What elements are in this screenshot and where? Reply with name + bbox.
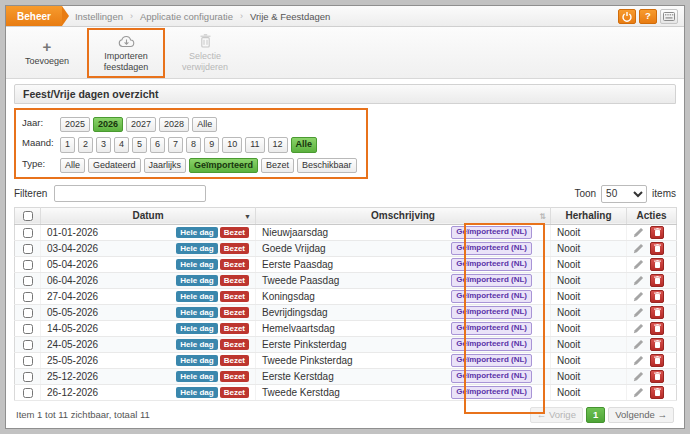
filter-chip-12[interactable]: 12 [268, 137, 288, 152]
row-checkbox[interactable] [23, 340, 33, 350]
filter-chip-3[interactable]: 3 [96, 137, 111, 152]
row-checkbox[interactable] [23, 228, 33, 238]
table-row[interactable]: 24-05-2026 Hele dag Bezet Eerste Pinkste… [15, 336, 677, 352]
table-row[interactable]: 25-05-2026 Hele dag Bezet Tweede Pinkste… [15, 352, 677, 368]
row-date: 25-12-2026 [47, 371, 98, 382]
delete-row-button[interactable] [650, 226, 664, 239]
select-all-checkbox[interactable] [23, 211, 33, 221]
filter-chip-7[interactable]: 7 [168, 137, 183, 152]
row-checkbox[interactable] [23, 324, 33, 334]
delete-row-button[interactable] [650, 290, 664, 303]
page-size-control: Toon 50 items [574, 185, 676, 203]
edit-pencil-icon[interactable] [633, 291, 644, 302]
filter-chip-2025[interactable]: 2025 [60, 117, 90, 132]
filter-chip-5[interactable]: 5 [132, 137, 147, 152]
badge-bezet: Bezet [220, 243, 249, 254]
filter-chip-9[interactable]: 9 [204, 137, 219, 152]
filter-chip-gedateerd[interactable]: Gedateerd [88, 158, 141, 173]
column-header-datum[interactable]: Datum▼ [41, 207, 256, 224]
breadcrumb: Instellingen › Applicatie configuratie ›… [75, 11, 330, 22]
table-row[interactable]: 06-04-2026 Hele dag Bezet Tweede Paasdag… [15, 272, 677, 288]
filter-chip-2027[interactable]: 2027 [126, 117, 156, 132]
edit-pencil-icon[interactable] [633, 307, 644, 318]
power-icon[interactable] [618, 9, 636, 24]
filter-chip-2028[interactable]: 2028 [159, 117, 189, 132]
breadcrumb-item-instellingen[interactable]: Instellingen [75, 11, 123, 22]
page-size-select[interactable]: 50 [601, 185, 647, 203]
delete-row-button[interactable] [650, 338, 664, 351]
edit-pencil-icon[interactable] [633, 339, 644, 350]
table-footer: Item 1 tot 11 zichtbaar, totaal 11 ← Vor… [14, 401, 676, 428]
column-header-omschrijving[interactable]: Omschrijving⇅ [256, 207, 551, 224]
breadcrumb-root-beheer[interactable]: Beheer [6, 6, 62, 26]
row-date: 06-04-2026 [47, 275, 98, 286]
app-window: Beheer Instellingen › Applicatie configu… [5, 5, 685, 429]
table-row[interactable]: 05-04-2026 Hele dag Bezet Eerste Paasdag… [15, 256, 677, 272]
page-number-button[interactable]: 1 [586, 407, 605, 423]
filter-chip-beschikbaar[interactable]: Beschikbaar [297, 158, 357, 173]
filter-chip-alle[interactable]: Alle [60, 158, 85, 173]
column-header-herhaling[interactable]: Herhaling [551, 207, 627, 224]
filter-chip-8[interactable]: 8 [186, 137, 201, 152]
edit-pencil-icon[interactable] [633, 243, 644, 254]
filter-chip-alle[interactable]: Alle [291, 137, 318, 152]
row-checkbox[interactable] [23, 292, 33, 302]
filter-chip-alle[interactable]: Alle [192, 117, 217, 132]
table-row[interactable]: 27-04-2026 Hele dag Bezet Koningsdag Geï… [15, 288, 677, 304]
row-checkbox[interactable] [23, 356, 33, 366]
delete-row-button[interactable] [650, 322, 664, 335]
filter-chip-10[interactable]: 10 [222, 137, 242, 152]
delete-row-button[interactable] [650, 354, 664, 367]
toolbar: + Toevoegen Importeren feestdagen Select… [6, 27, 684, 79]
delete-row-button[interactable] [650, 242, 664, 255]
row-checkbox[interactable] [23, 388, 33, 398]
edit-pencil-icon[interactable] [633, 371, 644, 382]
row-description: Tweede Paasdag [262, 275, 339, 286]
edit-pencil-icon[interactable] [633, 323, 644, 334]
row-checkbox[interactable] [23, 244, 33, 254]
table-row[interactable]: 26-12-2026 Hele dag Bezet Tweede Kerstda… [15, 384, 677, 400]
edit-pencil-icon[interactable] [633, 227, 644, 238]
row-description: Hemelvaartsdag [262, 323, 335, 334]
table-row[interactable]: 03-04-2026 Hele dag Bezet Goede Vrijdag … [15, 240, 677, 256]
table-row[interactable]: 14-05-2026 Hele dag Bezet Hemelvaartsdag… [15, 320, 677, 336]
filter-chip-2[interactable]: 2 [78, 137, 93, 152]
row-checkbox[interactable] [23, 372, 33, 382]
filter-chip-2026[interactable]: 2026 [93, 117, 123, 132]
delete-row-button[interactable] [650, 306, 664, 319]
import-holidays-button[interactable]: Importeren feestdagen [89, 30, 163, 76]
edit-pencil-icon[interactable] [633, 259, 644, 270]
filter-chip-bezet[interactable]: Bezet [261, 158, 294, 173]
filter-chip-geïmporteerd[interactable]: Geïmporteerd [189, 158, 258, 173]
add-button[interactable]: + Toevoegen [10, 30, 84, 76]
table-row[interactable]: 01-01-2026 Hele dag Bezet Nieuwjaarsdag … [15, 224, 677, 240]
edit-pencil-icon[interactable] [633, 355, 644, 366]
row-checkbox[interactable] [23, 276, 33, 286]
filter-chip-jaarlijks[interactable]: Jaarlijks [144, 158, 187, 173]
keyboard-icon[interactable] [660, 9, 678, 24]
sort-icon: ⇅ [539, 211, 546, 220]
delete-row-button[interactable] [650, 274, 664, 287]
row-repeat: Nooit [551, 336, 627, 352]
row-checkbox[interactable] [23, 308, 33, 318]
edit-pencil-icon[interactable] [633, 387, 644, 398]
edit-pencil-icon[interactable] [633, 275, 644, 286]
delete-row-button[interactable] [650, 386, 664, 399]
table-row[interactable]: 05-05-2026 Hele dag Bezet Bevrijdingsdag… [15, 304, 677, 320]
filter-chip-1[interactable]: 1 [60, 137, 75, 152]
filter-chip-4[interactable]: 4 [114, 137, 129, 152]
badge-hele-dag: Hele dag [176, 227, 217, 238]
delete-row-button[interactable] [650, 258, 664, 271]
filter-chip-11[interactable]: 11 [245, 137, 264, 152]
badge-hele-dag: Hele dag [176, 339, 217, 350]
help-icon[interactable]: ? [639, 9, 657, 24]
table-row[interactable]: 25-12-2026 Hele dag Bezet Eerste Kerstda… [15, 368, 677, 384]
delete-row-button[interactable] [650, 370, 664, 383]
badge-geimporteerd-nl: Geïmporteerd (NL) [451, 322, 532, 335]
row-checkbox[interactable] [23, 260, 33, 270]
breadcrumb-item-applicatie-configuratie[interactable]: Applicatie configuratie [140, 11, 233, 22]
row-description: Eerste Pinksterdag [262, 339, 347, 350]
filter-chip-6[interactable]: 6 [150, 137, 165, 152]
filter-input[interactable] [54, 185, 206, 202]
next-page-button[interactable]: Volgende → [608, 407, 674, 423]
